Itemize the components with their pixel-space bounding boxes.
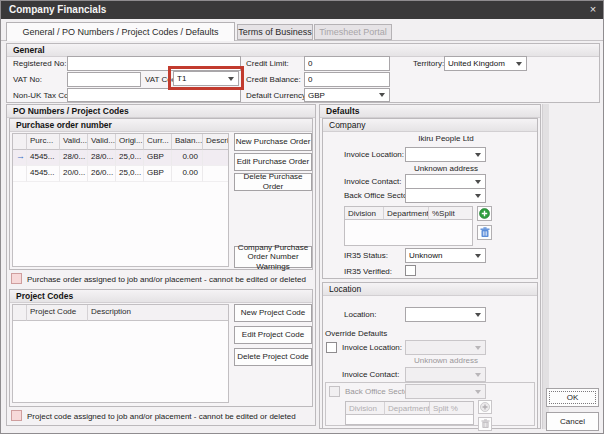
po-col-valid-from[interactable]: Valid... xyxy=(60,134,88,150)
invoice-contact-label: Invoice Contact: xyxy=(344,177,401,186)
po-cell[interactable]: 26/0... xyxy=(88,166,116,182)
po-cell[interactable]: GBP xyxy=(144,166,172,182)
new-project-code-button[interactable]: New Project Code xyxy=(234,304,312,322)
dropdown-arrow-icon xyxy=(475,254,481,258)
ir35-status-select[interactable]: Unknown xyxy=(405,248,486,263)
defaults-panel-header: Defaults xyxy=(320,105,540,118)
delete-project-code-button[interactable]: Delete Project Code xyxy=(234,348,312,366)
registered-no-field[interactable] xyxy=(67,56,241,71)
credit-limit-field[interactable] xyxy=(304,56,390,71)
pc-col-project-code[interactable]: Project Code xyxy=(27,305,88,321)
pc-col-description[interactable]: Description xyxy=(88,305,228,321)
default-currency-label: Default Currency: xyxy=(246,91,308,100)
panel-splitter[interactable] xyxy=(542,104,549,429)
po-col-balance[interactable]: Balan... xyxy=(172,134,203,150)
territory-value: United Kingdom xyxy=(448,59,514,68)
ir35-verified-checkbox[interactable] xyxy=(405,265,416,276)
default-currency-value: GBP xyxy=(308,91,377,100)
po-project-panel-header: PO Numbers / Project Codes xyxy=(7,105,315,118)
delete-split-button[interactable] xyxy=(477,225,492,240)
credit-balance-label: Credit Balance: xyxy=(246,75,301,84)
purchase-order-table[interactable]: Purc... Valid... Valid... Origi... Curr.… xyxy=(12,133,229,267)
split-col-department[interactable]: Department xyxy=(384,207,429,220)
location-select[interactable] xyxy=(405,307,486,322)
override-back-office-label: Back Office Sector: xyxy=(345,387,413,396)
vat-code-value: T1 xyxy=(177,74,226,83)
override-invoice-location-select xyxy=(405,340,486,355)
override-invoice-contact-label: Invoice Contact: xyxy=(342,370,399,379)
po-cell[interactable] xyxy=(203,166,228,182)
po-cell[interactable]: 0.00 xyxy=(172,150,203,166)
ok-button[interactable]: OK xyxy=(546,388,599,407)
override-invoice-location-checkbox[interactable] xyxy=(326,342,337,353)
company-group-header: Company xyxy=(323,119,537,132)
override-address-text: Unknown address xyxy=(366,356,526,365)
po-col-selector xyxy=(13,134,27,150)
po-cell[interactable]: 25,0... xyxy=(116,150,144,166)
delete-purchase-order-button[interactable]: Delete Purchase Order xyxy=(234,173,312,191)
override-back-office-checkbox[interactable] xyxy=(329,386,340,397)
po-col-original[interactable]: Origi... xyxy=(116,134,144,150)
default-currency-select[interactable]: GBP xyxy=(304,88,390,102)
po-col-purchase[interactable]: Purc... xyxy=(27,134,60,150)
territory-select[interactable]: United Kingdom xyxy=(444,56,527,71)
po-cell[interactable]: 4545... xyxy=(27,150,60,166)
po-col-valid-to[interactable]: Valid... xyxy=(88,134,116,150)
split-col-percent[interactable]: %Split xyxy=(429,207,472,220)
ir35-verified-label: IR35 Verified: xyxy=(344,267,392,276)
dropdown-arrow-icon xyxy=(475,153,481,157)
back-office-sector-select[interactable] xyxy=(405,188,486,203)
dropdown-arrow-icon xyxy=(475,313,481,317)
dropdown-arrow-icon xyxy=(475,373,481,377)
po-cell[interactable] xyxy=(203,150,228,166)
non-uk-tax-code-field[interactable] xyxy=(67,88,241,102)
window-title: Company Financials xyxy=(9,1,106,19)
purchase-order-group-header: Purchase order number xyxy=(10,119,312,132)
company-po-warnings-button[interactable]: Company Purchase Order Number Warnings xyxy=(234,246,312,268)
po-col-currency[interactable]: Curr... xyxy=(144,134,172,150)
new-purchase-order-button[interactable]: New Purchase Order xyxy=(234,133,312,151)
edit-project-code-button[interactable]: Edit Project Code xyxy=(234,326,312,344)
cancel-button[interactable]: Cancel xyxy=(546,412,599,431)
project-legend-text: Project code assigned to job and/or plac… xyxy=(27,412,296,421)
split-col-division[interactable]: Division xyxy=(345,207,384,220)
po-legend-text: Purchase order assigned to job and/or pl… xyxy=(27,275,306,284)
override-delete-split-button xyxy=(478,417,492,431)
po-cell[interactable]: 0.00 xyxy=(172,166,203,182)
override-defaults-label: Override Defaults xyxy=(325,329,387,338)
override-back-office-select xyxy=(405,384,486,399)
po-cell-selector[interactable] xyxy=(13,166,27,182)
po-cell[interactable]: GBP xyxy=(144,150,172,166)
po-cell[interactable]: 28/0... xyxy=(88,150,116,166)
location-group-header: Location xyxy=(323,283,537,296)
registered-no-label: Registered No: xyxy=(13,59,66,68)
division-split-table[interactable]: Division Department %Split xyxy=(344,206,473,246)
po-cell[interactable]: 20/0... xyxy=(60,166,88,182)
vat-code-select[interactable]: T1 xyxy=(173,71,239,86)
dropdown-arrow-icon xyxy=(475,194,481,198)
vat-no-field[interactable] xyxy=(67,72,141,87)
tab-terms-of-business[interactable]: Terms of Business xyxy=(237,24,313,40)
po-cell[interactable]: 4545... xyxy=(27,166,60,182)
dropdown-arrow-icon xyxy=(475,346,481,350)
invoice-location-select[interactable] xyxy=(405,147,486,162)
titlebar: Company Financials × xyxy=(1,1,604,19)
override-split-col-percent: Split % xyxy=(430,402,473,415)
plus-icon xyxy=(479,208,490,219)
pc-col-selector xyxy=(13,305,27,321)
credit-balance-field[interactable] xyxy=(304,72,390,87)
tab-general-po-numbers[interactable]: General / PO Numbers / Project Codes / D… xyxy=(6,22,235,41)
po-cell[interactable]: 28/0... xyxy=(60,150,88,166)
ir35-status-label: IR35 Status: xyxy=(344,251,388,260)
add-split-button[interactable] xyxy=(477,206,492,221)
vat-no-label: VAT No: xyxy=(13,75,42,84)
po-cell[interactable]: 25,0... xyxy=(116,166,144,182)
edit-purchase-order-button[interactable]: Edit Purchase Order xyxy=(234,153,312,171)
override-add-split-button xyxy=(478,400,492,414)
po-col-description[interactable]: Descri... xyxy=(203,134,228,150)
project-codes-table[interactable]: Project Code Description xyxy=(12,304,229,403)
invoice-contact-select[interactable] xyxy=(405,174,486,189)
territory-label: Territory: xyxy=(413,59,444,68)
invoice-address-text: Unknown address xyxy=(366,164,526,173)
close-icon[interactable]: × xyxy=(585,1,601,19)
